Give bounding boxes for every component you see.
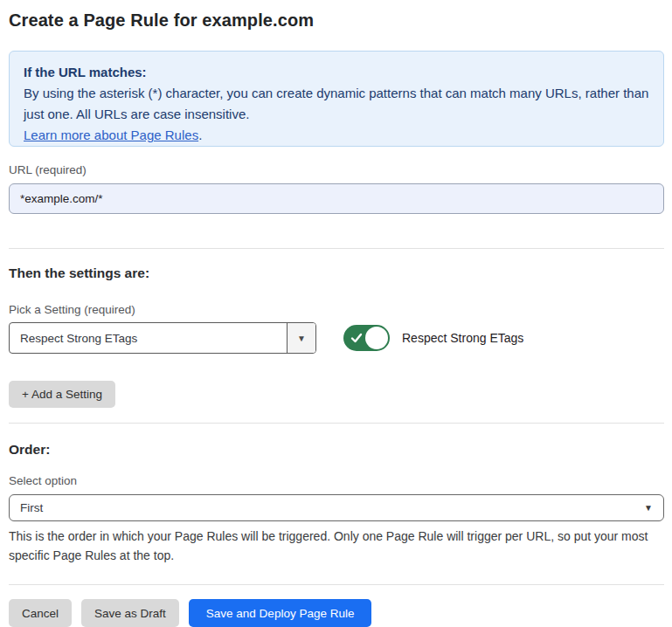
order-select-label: Select option — [9, 474, 664, 487]
check-icon — [350, 332, 363, 344]
save-deploy-button[interactable]: Save and Deploy Page Rule — [189, 599, 372, 627]
settings-section-heading: Then the settings are: — [9, 265, 664, 281]
pick-setting-label: Pick a Setting (required) — [9, 303, 664, 316]
info-box-link-line: Learn more about Page Rules. — [24, 125, 649, 146]
chevron-down-icon: ▼ — [644, 503, 653, 513]
url-input[interactable] — [9, 183, 664, 214]
section-divider — [9, 248, 664, 249]
link-suffix: . — [198, 127, 202, 142]
order-help-text: This is the order in which your Page Rul… — [9, 527, 664, 565]
url-field-label: URL (required) — [9, 163, 664, 176]
learn-more-link[interactable]: Learn more about Page Rules — [24, 127, 198, 142]
order-section-heading: Order: — [9, 442, 664, 458]
toggle-knob — [365, 327, 388, 349]
info-box-heading: If the URL matches: — [24, 62, 649, 83]
setting-select[interactable]: Respect Strong ETags ▼ — [9, 322, 316, 354]
cancel-button[interactable]: Cancel — [9, 599, 72, 627]
footer-actions: Cancel Save as Draft Save and Deploy Pag… — [9, 599, 664, 627]
setting-toggle[interactable] — [343, 325, 390, 351]
setting-toggle-label: Respect Strong ETags — [402, 331, 523, 345]
add-setting-button[interactable]: + Add a Setting — [9, 381, 115, 408]
setting-select-value: Respect Strong ETags — [10, 323, 287, 353]
order-select[interactable]: First ▼ — [9, 494, 664, 521]
order-select-value: First — [20, 501, 644, 514]
create-page-rule-form: Create a Page Rule for example.com If th… — [0, 0, 672, 627]
setting-select-arrow-button[interactable]: ▼ — [287, 323, 315, 353]
info-box-body: By using the asterisk (*) character, you… — [24, 83, 649, 125]
url-match-info-box: If the URL matches: By using the asteris… — [9, 51, 664, 147]
setting-row: Respect Strong ETags ▼ Respect Strong ET… — [9, 322, 664, 354]
chevron-down-icon: ▼ — [297, 334, 306, 343]
footer-divider — [9, 584, 664, 585]
save-draft-button[interactable]: Save as Draft — [81, 599, 179, 627]
page-title: Create a Page Rule for example.com — [9, 10, 664, 31]
section-divider — [9, 423, 664, 424]
